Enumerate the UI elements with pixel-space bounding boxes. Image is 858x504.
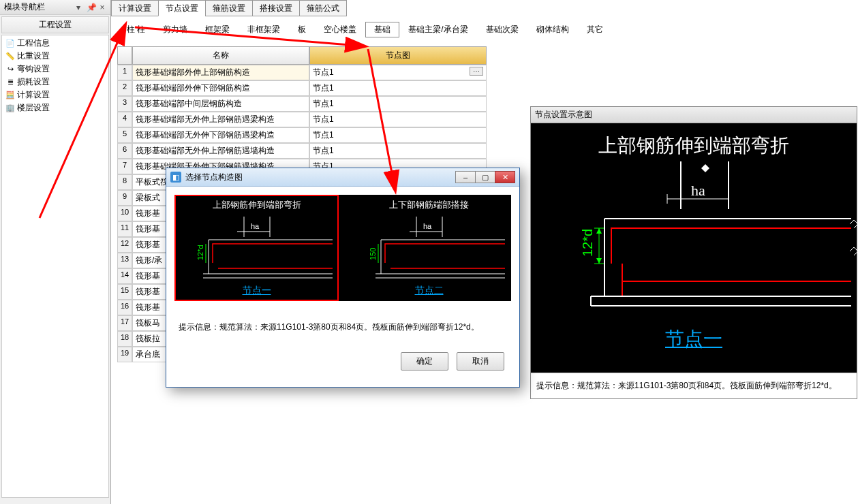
svg-text:12*d: 12*d [196, 245, 204, 260]
dialog-body: 上部钢筋伸到端部弯折ha12*d节点一上下部钢筋端部搭接ha150节点二 提示信… [166, 187, 519, 387]
dropdown-icon[interactable]: ▾ [74, 3, 82, 12]
top-tab-1[interactable]: 节点设置 [158, 0, 206, 16]
sub-tab-3[interactable]: 非框架梁 [239, 22, 289, 37]
cell-node[interactable]: 节点1 [309, 80, 487, 96]
dialog-hint-text: 规范算法：来源11G101-3第80页和84页。筏板面筋伸到端部弯折12*d。 [219, 322, 479, 332]
table-row[interactable]: 6筏形基础端部无外伸上部钢筋遇墙构造节点1 [117, 143, 492, 159]
sub-tab-7[interactable]: 基础主梁/承台梁 [399, 22, 476, 37]
sub-tab-9[interactable]: 砌体结构 [527, 22, 578, 37]
table-row[interactable]: 5筏形基础端部无外伸下部钢筋遇梁构造节点1 [117, 127, 492, 143]
dialog-hint: 提示信息：规范算法：来源11G101-3第80页和84页。筏板面筋伸到端部弯折1… [174, 301, 511, 347]
node-option-1[interactable]: 上下部钢筋端部搭接ha150节点二 [347, 195, 511, 301]
tree-label: 弯钩设置 [17, 63, 50, 75]
sidebar-item-4[interactable]: 🧮计算设置 [3, 89, 107, 101]
svg-text:ha: ha [423, 222, 432, 230]
preview-hint: 提示信息：规范算法：来源11G101-3第80页和84页。筏板面筋伸到端部弯折1… [531, 373, 857, 398]
top-tab-0[interactable]: 计算设置 [111, 0, 159, 16]
table-row[interactable]: 3筏形基础端部中间层钢筋构造节点1 [117, 96, 492, 112]
ellipsis-button[interactable]: ⋯ [470, 67, 483, 76]
sidebar-item-1[interactable]: 📏比重设置 [3, 50, 107, 63]
close-icon[interactable]: × [98, 3, 106, 12]
cell-name[interactable]: 筏形基础端部无外伸下部钢筋遇梁构造 [132, 127, 309, 143]
tree-label: 损耗设置 [17, 76, 50, 88]
col-name: 名称 [132, 46, 309, 65]
col-node: 节点图 [309, 46, 487, 65]
sidebar-controls: ▾ 📌 × [73, 3, 106, 12]
row-number: 12 [117, 237, 132, 253]
cell-node[interactable]: 节点1 [309, 96, 487, 112]
table-row[interactable]: 2筏形基础端部外伸下部钢筋构造节点1 [117, 80, 492, 96]
table-row[interactable]: 1筏形基础端部外伸上部钢筋构造节点1⋯ [117, 65, 492, 80]
row-number: 4 [117, 112, 132, 127]
row-number: 13 [117, 253, 132, 268]
row-number: 8 [117, 174, 132, 190]
sub-tab-1[interactable]: 剪力墙 [154, 22, 196, 37]
row-number: 17 [117, 315, 132, 331]
cell-node[interactable]: 节点1⋯ [309, 65, 487, 80]
dialog-titlebar[interactable]: ◧ 选择节点构造图 – ▢ ✕ [166, 168, 519, 187]
dim-label: 12*d [580, 229, 595, 257]
sub-tab-4[interactable]: 板 [289, 22, 315, 37]
preview-link[interactable]: 节点一 [531, 326, 857, 352]
option-canvas: ha150 [348, 214, 510, 282]
cell-name[interactable]: 筏形基础端部中间层钢筋构造 [132, 96, 309, 112]
row-number: 3 [117, 96, 132, 112]
tree-label: 工程信息 [17, 37, 50, 49]
row-number: 1 [117, 65, 132, 80]
pin-icon[interactable]: 📌 [87, 3, 95, 12]
sub-tab-2[interactable]: 框架梁 [196, 22, 239, 37]
sidebar-item-5[interactable]: 🏢楼层设置 [3, 101, 107, 114]
sub-tab-8[interactable]: 基础次梁 [477, 22, 527, 37]
col-index [117, 46, 132, 65]
svg-text:150: 150 [369, 248, 377, 260]
sidebar-title: 模块导航栏 [4, 1, 45, 13]
sub-tab-6[interactable]: 基础 [365, 22, 399, 37]
top-tab-4[interactable]: 箍筋公式 [299, 0, 347, 16]
row-number: 18 [117, 331, 132, 347]
sub-tab-5[interactable]: 空心楼盖 [315, 22, 365, 37]
sidebar-item-3[interactable]: ≣损耗设置 [3, 76, 107, 89]
cell-name[interactable]: 筏形基础端部外伸上部钢筋构造 [132, 65, 309, 80]
sidebar-item-0[interactable]: 📄工程信息 [3, 37, 107, 50]
top-tab-2[interactable]: 箍筋设置 [205, 0, 253, 16]
option-canvas: ha12*d [176, 214, 337, 282]
close-button[interactable]: ✕ [495, 171, 515, 183]
option-link[interactable]: 节点一 [176, 282, 337, 300]
top-tabs: 计算设置节点设置箍筋设置搭接设置箍筋公式 [111, 0, 346, 16]
option-link[interactable]: 节点二 [348, 282, 510, 300]
row-number: 10 [117, 206, 132, 221]
table-header: 名称 节点图 [117, 46, 492, 65]
row-number: 11 [117, 221, 132, 237]
tree-icon: 📏 [5, 51, 16, 62]
sub-tab-10[interactable]: 其它 [578, 22, 612, 37]
option-title: 上下部钢筋端部搭接 [348, 196, 510, 214]
preview-title: 节点设置示意图 [531, 107, 857, 123]
sidebar-tree: 📄工程信息📏比重设置↪弯钩设置≣损耗设置🧮计算设置🏢楼层设置 [1, 35, 109, 498]
hint-prefix: 提示信息： [536, 381, 577, 390]
preview-panel: 节点设置示意图 上部钢筋伸到端部弯折 ha 12*d [530, 106, 857, 399]
tree-icon: 🧮 [5, 90, 16, 101]
sidebar-section-header[interactable]: 工程设置 [1, 16, 109, 33]
maximize-button[interactable]: ▢ [475, 171, 495, 183]
sidebar-titlebar: 模块导航栏 ▾ 📌 × [0, 0, 110, 15]
sidebar: 模块导航栏 ▾ 📌 × 工程设置 📄工程信息📏比重设置↪弯钩设置≣损耗设置🧮计算… [0, 0, 111, 504]
cell-name[interactable]: 筏形基础端部无外伸上部钢筋遇梁构造 [132, 112, 309, 127]
row-number: 19 [117, 347, 132, 362]
tree-icon: 📄 [5, 38, 16, 49]
cell-name[interactable]: 筏形基础端部外伸下部钢筋构造 [132, 80, 309, 96]
node-option-0[interactable]: 上部钢筋伸到端部弯折ha12*d节点一 [174, 195, 339, 301]
cancel-button[interactable]: 取消 [457, 352, 504, 371]
top-tab-3[interactable]: 搭接设置 [252, 0, 300, 16]
cell-node[interactable]: 节点1 [309, 127, 487, 143]
cell-node[interactable]: 节点1 [309, 112, 487, 127]
preview-canvas: 上部钢筋伸到端部弯折 ha 12*d [531, 123, 857, 373]
table-row[interactable]: 4筏形基础端部无外伸上部钢筋遇梁构造节点1 [117, 112, 492, 127]
cell-name[interactable]: 筏形基础端部无外伸上部钢筋遇墙构造 [132, 143, 309, 159]
sub-tab-0[interactable]: 柱 柱 [118, 22, 154, 37]
tree-icon: ↪ [5, 64, 16, 75]
minimize-button[interactable]: – [455, 171, 476, 183]
ok-button[interactable]: 确定 [401, 352, 448, 371]
sidebar-item-2[interactable]: ↪弯钩设置 [3, 63, 107, 76]
cell-node[interactable]: 节点1 [309, 143, 487, 159]
row-number: 5 [117, 127, 132, 143]
